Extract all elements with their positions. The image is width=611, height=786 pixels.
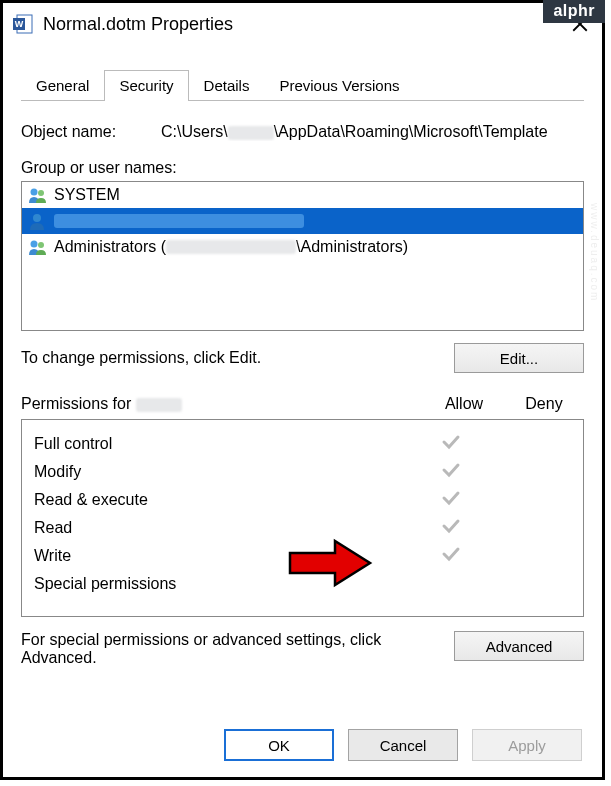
advanced-hint: For special permissions or advanced sett… [21,631,454,667]
permission-row: Write [34,542,571,570]
user-icon [28,212,48,230]
group-icon [28,186,48,204]
allow-check [411,546,491,566]
deny-col-header: Deny [504,395,584,413]
group-icon [28,238,48,256]
allow-check [411,434,491,454]
svg-point-5 [31,189,38,196]
allow-check [411,518,491,538]
tab-security[interactable]: Security [104,70,188,101]
svg-point-9 [38,242,44,248]
svg-point-6 [38,190,44,196]
apply-button: Apply [472,729,582,761]
permission-row: Read [34,514,571,542]
tab-general[interactable]: General [21,70,104,101]
redacted-permfor [136,398,182,412]
group-user-label: Group or user names: [21,159,584,177]
permissions-for-label: Permissions for [21,395,136,412]
permission-name: Write [34,547,411,565]
object-name-row: Object name: C:\Users\\AppData\Roaming\M… [21,123,584,141]
permission-row: Modify [34,458,571,486]
svg-text:W: W [15,19,24,29]
object-path: C:\Users\\AppData\Roaming\Microsoft\Temp… [161,123,548,141]
svg-point-8 [31,241,38,248]
object-name-label: Object name: [21,123,161,141]
principal-system[interactable]: SYSTEM [22,182,583,208]
principal-current-user[interactable] [22,208,583,234]
titlebar: W Normal.dotm Properties [3,3,602,43]
allow-col-header: Allow [424,395,504,413]
dialog-buttons: OK Cancel Apply [224,729,582,761]
permissions-box: Full controlModifyRead & executeReadWrit… [21,419,584,617]
permission-row: Special permissions [34,570,571,598]
permission-row: Full control [34,430,571,458]
advanced-button[interactable]: Advanced [454,631,584,661]
redacted-username [228,126,274,140]
alphr-badge: alphr [543,0,605,23]
permission-name: Full control [34,435,411,453]
principal-name-pre: Administrators ( [54,238,166,256]
permissions-header: Permissions for Allow Deny [21,395,584,413]
redacted-machine [166,240,296,254]
permission-name: Read [34,519,411,537]
svg-point-7 [33,214,41,222]
permission-name: Special permissions [34,575,411,593]
allow-check [411,490,491,510]
tab-strip: General Security Details Previous Versio… [21,69,584,101]
ok-button[interactable]: OK [224,729,334,761]
permission-name: Modify [34,463,411,481]
word-icon: W [13,13,35,35]
principals-listbox[interactable]: SYSTEM Administrators (\Administrato [21,181,584,331]
redacted-principal [54,214,304,228]
principal-administrators[interactable]: Administrators (\Administrators) [22,234,583,260]
edit-hint: To change permissions, click Edit. [21,349,454,367]
cancel-button[interactable]: Cancel [348,729,458,761]
window-title: Normal.dotm Properties [43,14,568,35]
principal-name-post: \Administrators) [296,238,408,256]
object-path-post: \AppData\Roaming\Microsoft\Template [274,123,548,140]
object-path-pre: C:\Users\ [161,123,228,140]
tab-previous-versions[interactable]: Previous Versions [264,70,414,101]
allow-check [411,462,491,482]
principal-name: SYSTEM [54,186,120,204]
edit-button[interactable]: Edit... [454,343,584,373]
tab-details[interactable]: Details [189,70,265,101]
permission-row: Read & execute [34,486,571,514]
permission-name: Read & execute [34,491,411,509]
